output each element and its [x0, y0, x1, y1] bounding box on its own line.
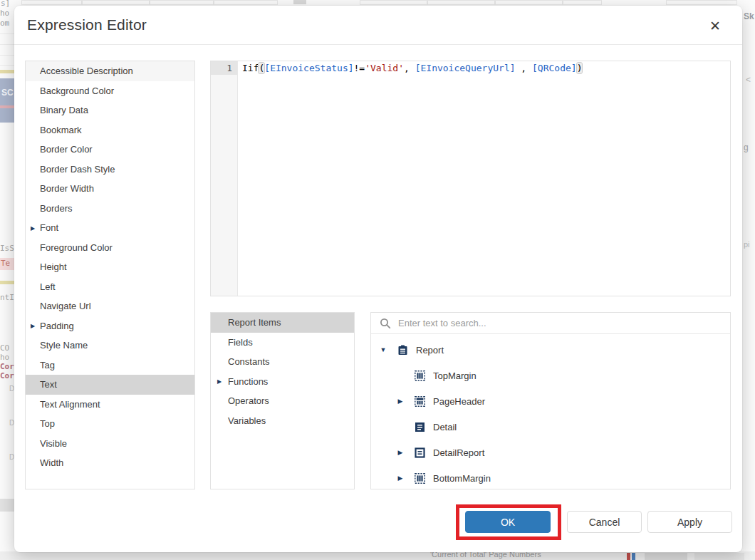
report-items-panel: ▼ReportTopMargin▶PageHeaderDetail▶Detail…: [370, 312, 731, 489]
property-label: Border Dash Style: [26, 164, 115, 175]
background-fragment-text: ho: [0, 353, 9, 362]
property-item-height[interactable]: Height: [26, 257, 194, 277]
expand-arrow-icon[interactable]: ▶: [31, 323, 35, 329]
search-input[interactable]: [398, 318, 723, 328]
expression-line: Iif([EInvoiceStatus]!='Valid', [EInvoice…: [242, 61, 730, 75]
tree-node-label: PageHeader: [433, 396, 485, 407]
background-fragment-block: [0, 105, 16, 108]
property-item-borders[interactable]: Borders: [26, 199, 194, 219]
tree-node-label: Report: [416, 345, 444, 356]
code-token-field: [EInvoiceQueryUrl]: [415, 63, 516, 73]
tree-node-pageheader[interactable]: ▶PageHeader: [371, 388, 730, 414]
background-fragment-text: Cor: [0, 363, 14, 371]
category-label: Operators: [211, 395, 269, 406]
tree-node-topmargin[interactable]: TopMargin: [371, 363, 730, 388]
category-label: Fields: [211, 337, 253, 348]
tree-node-label: Detail: [433, 422, 457, 432]
background-fragment-block: [0, 70, 16, 73]
property-item-width[interactable]: Width: [26, 453, 194, 473]
category-item-report-items[interactable]: Report Items: [211, 313, 354, 333]
background-fragment-block: [150, 0, 214, 5]
tree-node-detail[interactable]: Detail: [371, 414, 730, 440]
search-icon: [380, 318, 391, 329]
background-fragment-block: [627, 553, 630, 560]
properties-list: Accessible DescriptionBackground ColorBi…: [25, 61, 195, 489]
background-fragment-block: [0, 499, 14, 512]
property-item-foreground-color[interactable]: Foreground Color: [26, 238, 194, 258]
code-token-plain: ,: [516, 63, 532, 73]
expression-editor-dialog: Expression Editor ✕ Accessible Descripti…: [14, 6, 742, 552]
close-icon[interactable]: ✕: [705, 16, 725, 36]
background-fragment-block: [360, 0, 427, 5]
property-item-bookmark[interactable]: Bookmark: [26, 120, 194, 140]
background-fragment-text: SC: [1, 88, 14, 98]
property-item-font[interactable]: ▶Font: [26, 218, 194, 238]
property-item-border-width[interactable]: Border Width: [26, 179, 194, 199]
property-label: Borders: [26, 203, 73, 214]
expand-arrow-icon[interactable]: ▶: [31, 224, 35, 231]
screen: s]hoomSCIsSTentICOhoCorCorDDDSk<gpi'Curr…: [0, 0, 755, 560]
background-fragment-text: om: [0, 19, 9, 28]
property-label: Border Width: [26, 183, 94, 194]
property-label: Foreground Color: [26, 242, 113, 253]
category-item-variables[interactable]: Variables: [211, 411, 354, 431]
background-fragment-text: Te: [1, 259, 10, 268]
editor-text-area[interactable]: Iif([EInvoiceStatus]!='Valid', [EInvoice…: [238, 61, 730, 296]
code-token-bracket: ): [577, 63, 583, 73]
expand-arrow-icon[interactable]: ▶: [395, 449, 405, 456]
tree-node-report[interactable]: ▼Report: [371, 337, 730, 363]
code-token-string: 'Valid': [365, 63, 404, 73]
property-label: Navigate Url: [26, 301, 91, 311]
code-token-field: [QRCode]: [532, 63, 577, 73]
ok-button[interactable]: OK: [465, 511, 551, 533]
background-fragment-text: pi: [744, 240, 750, 249]
editor-gutter: 1: [211, 61, 238, 296]
property-item-tag[interactable]: Tag: [26, 356, 194, 375]
property-item-style-name[interactable]: Style Name: [26, 336, 194, 356]
margin-band-icon: [415, 473, 425, 484]
category-item-fields[interactable]: Fields: [211, 333, 354, 353]
background-fragment-text: s]: [1, 0, 10, 8]
property-item-top[interactable]: Top: [26, 414, 194, 434]
property-label: Text Alignment: [26, 399, 100, 410]
expand-arrow-icon[interactable]: ▶: [217, 378, 222, 385]
property-item-text-alignment[interactable]: Text Alignment: [26, 395, 194, 415]
category-item-operators[interactable]: Operators: [211, 391, 354, 411]
expand-arrow-icon[interactable]: ▶: [395, 398, 405, 405]
property-item-text[interactable]: Text: [26, 375, 194, 395]
expand-arrow-icon[interactable]: ▶: [395, 475, 405, 482]
property-item-padding[interactable]: ▶Padding: [26, 316, 194, 336]
category-label: Constants: [211, 356, 270, 367]
property-item-binary-data[interactable]: Binary Data: [26, 100, 194, 120]
tree-node-detailreport[interactable]: ▶DetailReport: [371, 440, 730, 465]
property-label: Border Color: [26, 144, 93, 155]
property-item-visible[interactable]: Visible: [26, 434, 194, 454]
property-item-border-dash-style[interactable]: Border Dash Style: [26, 160, 194, 180]
category-item-constants[interactable]: Constants: [211, 352, 354, 372]
cancel-button[interactable]: Cancel: [567, 511, 642, 533]
header-divider: [14, 44, 742, 45]
property-item-background-color[interactable]: Background Color: [26, 81, 194, 101]
category-item-functions[interactable]: ▶Functions: [211, 372, 354, 392]
property-label: Binary Data: [26, 105, 88, 115]
property-label: Style Name: [26, 340, 88, 351]
background-fragment-block: [293, 0, 306, 4]
collapse-arrow-icon[interactable]: ▼: [378, 346, 388, 353]
detail-report-icon: [415, 447, 425, 458]
property-item-accessible-description[interactable]: Accessible Description: [26, 61, 194, 81]
expression-code-editor[interactable]: 1 Iif([EInvoiceStatus]!='Valid', [EInvoi…: [210, 61, 731, 296]
search-box[interactable]: [371, 313, 730, 334]
property-label: Tag: [26, 360, 55, 370]
tree-node-bottommargin[interactable]: ▶BottomMargin: [371, 465, 730, 491]
apply-button[interactable]: Apply: [647, 511, 732, 533]
property-item-border-color[interactable]: Border Color: [26, 140, 194, 160]
background-fragment-block: [0, 65, 16, 66]
property-item-left[interactable]: Left: [26, 277, 194, 297]
background-fragment-block: [0, 33, 16, 34]
property-label: Background Color: [26, 85, 114, 96]
background-fragment-block: [0, 551, 755, 560]
background-fragment-block: [694, 553, 744, 560]
code-token-plain: ,: [404, 63, 415, 73]
background-fragment-block: [0, 44, 16, 45]
property-item-navigate-url[interactable]: Navigate Url: [26, 296, 194, 316]
